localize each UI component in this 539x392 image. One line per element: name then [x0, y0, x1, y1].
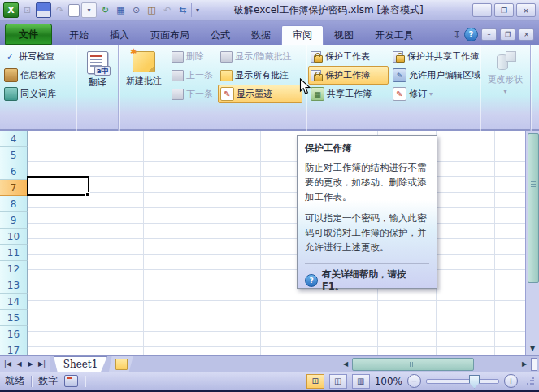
translate-button[interactable]: 翻译 [78, 47, 116, 120]
help-icon[interactable]: ? [464, 28, 478, 41]
previous-comment-button[interactable]: 上一条 [169, 66, 216, 85]
insert-table-icon[interactable] [114, 3, 128, 17]
spell-check-icon [4, 50, 16, 63]
blank-dropdown-icon[interactable] [81, 2, 97, 18]
sheet-nav-icon[interactable]: ▶ [25, 360, 36, 368]
row-header[interactable]: 12 [0, 261, 28, 277]
workbook-minimize-icon[interactable]: – [481, 28, 497, 41]
protect-workbook-icon [311, 69, 323, 81]
ribbon-tab[interactable]: 视图 [324, 26, 364, 45]
status-bar: 就绪 数字 ⊞◫▥ 100% − + [0, 372, 539, 390]
row-header[interactable]: 6 [0, 163, 28, 180]
scroll-down-icon[interactable]: ▼ [527, 342, 538, 354]
delete-comment-button[interactable]: 删除 [169, 47, 216, 66]
ribbon-tab[interactable]: 数据 [241, 26, 281, 45]
pin-ribbon-icon[interactable]: ↧ [453, 29, 461, 41]
allow-edit-ranges-button[interactable]: 允许用户编辑区域 [390, 66, 475, 85]
page-layout-view-icon[interactable]: ◫ [329, 374, 347, 389]
row-header[interactable]: 8 [0, 196, 28, 212]
sheet-nav-icon[interactable]: |◀ [2, 360, 13, 368]
group-comments: 新建批注 删除 上一条 下一条 显示/隐藏批注 [119, 45, 306, 144]
titlebar: 破解excel工作簿保护密码.xlsm [兼容模式] – ❐ × [0, 0, 539, 21]
status-ready: 就绪 [5, 374, 24, 388]
protect-workbook-button[interactable]: 保护工作簿 [308, 66, 389, 85]
zoom-in-button[interactable]: + [504, 374, 518, 388]
row-header[interactable]: 5 [0, 147, 28, 163]
sheet-tab-sheet1[interactable]: Sheet1 [54, 356, 107, 372]
restore-icon[interactable]: ❐ [494, 3, 514, 17]
close-icon[interactable]: × [516, 3, 536, 17]
sheet-nav-icon[interactable]: ◀ [14, 360, 24, 368]
resize-grip[interactable] [526, 377, 534, 385]
row-header[interactable]: 9 [0, 212, 28, 229]
scroll-right-icon[interactable]: ▶ [519, 360, 529, 368]
zoom-slider-handle[interactable] [469, 375, 480, 389]
vertical-scrollbar[interactable]: ▼ [525, 131, 539, 355]
calculator-icon[interactable] [20, 3, 34, 17]
protect-sheet-button[interactable]: 保护工作表 [308, 47, 389, 66]
active-cell[interactable] [27, 176, 89, 196]
minimize-icon[interactable]: – [472, 3, 492, 17]
scroll-left-icon[interactable]: ◀ [341, 360, 350, 368]
show-hide-comments-button[interactable]: 显示/隐藏批注 [218, 47, 302, 66]
translate-icon [87, 51, 108, 74]
find-sheet-icon[interactable] [129, 3, 143, 17]
spell-check-button[interactable]: 拼写检查 [2, 47, 74, 66]
next-comment-button[interactable]: 下一条 [169, 85, 216, 103]
ribbon-tab[interactable]: 开发工具 [364, 26, 424, 45]
normal-view-icon[interactable]: ⊞ [306, 374, 324, 389]
tab-file[interactable]: 文件 [5, 24, 52, 45]
show-all-comments-button[interactable]: 显示所有批注 [218, 66, 302, 85]
sheet-nav-icon[interactable]: ▶| [37, 360, 47, 368]
share-workbook-button[interactable]: 共享工作簿 [308, 85, 389, 103]
qat-overflow-icon[interactable] [191, 3, 203, 17]
track-changes-dropdown-icon[interactable]: ▾ [429, 90, 433, 98]
horizontal-scrollbar-thumb[interactable] [352, 358, 474, 371]
ribbon-tab[interactable]: 审阅 [281, 25, 324, 45]
zoom-level[interactable]: 100% [375, 376, 402, 387]
track-changes-icon [393, 87, 406, 101]
thesaurus-button[interactable]: 同义词库 [2, 85, 74, 103]
row-header[interactable]: 14 [0, 294, 28, 310]
protect-share-workbook-icon [393, 50, 405, 63]
zoom-out-button[interactable]: − [407, 374, 421, 388]
macro-record-icon[interactable] [64, 375, 78, 387]
horizontal-scrollbar[interactable]: ◀ ▶ [341, 356, 539, 372]
zoom-slider[interactable] [426, 379, 499, 384]
page-break-view-icon[interactable]: ▥ [352, 374, 370, 389]
row-header[interactable]: 16 [0, 326, 28, 342]
print-preview-icon[interactable] [145, 3, 159, 17]
row-header[interactable]: 13 [0, 277, 28, 294]
track-changes-button[interactable]: 修订 ▾ [390, 85, 475, 103]
research-button[interactable]: 信息检索 [2, 66, 74, 85]
change-shape-button[interactable]: 更改形状 ▾ [482, 47, 528, 120]
save-icon[interactable] [36, 2, 51, 18]
undo-icon[interactable] [160, 3, 174, 17]
row-header[interactable]: 4 [0, 131, 28, 147]
spreadsheet-grid[interactable]: 456789101112131415161718 [0, 131, 525, 355]
row-header[interactable]: 11 [0, 245, 28, 261]
ribbon-tab[interactable]: 插入 [99, 26, 140, 45]
excel-logo-icon[interactable] [3, 2, 19, 18]
vertical-scrollbar-thumb[interactable] [528, 133, 539, 283]
redo-icon[interactable] [53, 3, 67, 17]
change-shape-dropdown-icon: ▾ [503, 88, 506, 95]
sheet-nav: |◀◀▶▶| [0, 356, 50, 372]
workbook-restore-icon[interactable]: ❐ [500, 28, 515, 41]
row-header[interactable]: 15 [0, 310, 28, 326]
split-icon[interactable] [176, 3, 189, 17]
ribbon-tab[interactable]: 页面布局 [140, 26, 200, 45]
row-header[interactable]: 17 [0, 342, 28, 355]
ribbon-tab[interactable]: 公式 [200, 26, 241, 45]
workbook-close-icon[interactable]: × [519, 28, 534, 41]
copy-sheets-icon[interactable] [98, 3, 112, 17]
row-header[interactable]: 10 [0, 229, 28, 245]
ribbon-tab[interactable]: 开始 [59, 26, 99, 45]
show-ink-button[interactable]: 显示墨迹 [218, 85, 302, 103]
new-document-icon[interactable] [68, 4, 80, 17]
tab-split-handle[interactable] [531, 358, 537, 371]
protect-share-workbook-button[interactable]: 保护并共享工作簿 [390, 47, 475, 66]
new-comment-button[interactable]: 新建批注 [120, 47, 167, 120]
insert-worksheet-button[interactable] [109, 356, 133, 372]
row-header[interactable]: 7 [0, 180, 28, 196]
